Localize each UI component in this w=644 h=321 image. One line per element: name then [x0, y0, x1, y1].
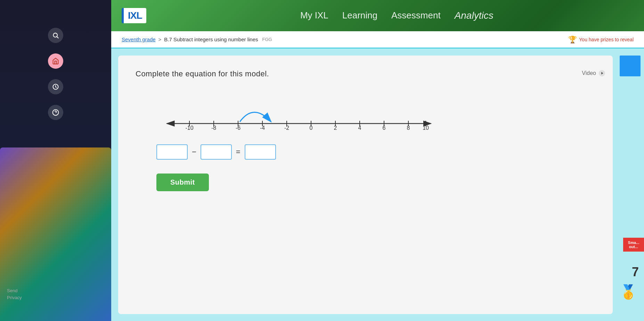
right-action-button[interactable]: [620, 56, 641, 76]
equation-input-3[interactable]: [245, 144, 276, 160]
submit-button[interactable]: Submit: [156, 174, 209, 191]
svg-text:-10: -10: [185, 125, 193, 130]
svg-text:4: 4: [358, 125, 361, 130]
breadcrumb-bar: Seventh grade > B.7 Subtract integers us…: [111, 31, 644, 49]
smart-score-label: Sma...: [625, 240, 642, 245]
send-label: Send: [7, 288, 17, 293]
timer-button[interactable]: [48, 79, 63, 94]
smart-score-badge: Sma... out...: [623, 238, 644, 252]
svg-line-1: [57, 37, 59, 39]
number-line-svg: -10 -8 -6 -4 -2 0: [156, 92, 441, 130]
breadcrumb-grade[interactable]: Seventh grade: [122, 36, 156, 42]
svg-text:6: 6: [383, 125, 386, 130]
svg-text:10: 10: [423, 125, 429, 130]
ixl-logo: IXL: [122, 8, 146, 23]
content-wrapper: Complete the equation for this model.: [111, 49, 644, 321]
breadcrumb-lesson: B.7 Subtract integers using number lines: [164, 36, 258, 42]
subtract-operator: −: [192, 147, 196, 157]
svg-text:0: 0: [310, 125, 313, 130]
video-play-icon: [598, 69, 606, 77]
svg-text:2: 2: [334, 125, 337, 130]
sidebar-icon-group: [48, 28, 63, 120]
number-line-container: -10 -8 -6 -4 -2 0: [156, 92, 595, 127]
smart-score-sublabel: out...: [625, 245, 642, 249]
svg-text:-2: -2: [284, 125, 289, 130]
exercise-title: Complete the equation for this model.: [136, 69, 595, 78]
nav-analytics[interactable]: Analytics: [455, 10, 494, 21]
nav-links: My IXL Learning Assessment Analytics: [160, 10, 634, 21]
breadcrumb-code: FGG: [262, 37, 272, 42]
nav-learning[interactable]: Learning: [342, 10, 377, 21]
home-button[interactable]: [48, 53, 63, 69]
equation-input-2[interactable]: [201, 144, 232, 160]
video-button[interactable]: Video: [582, 69, 606, 77]
medal-icon: 🥇: [620, 284, 637, 300]
exercise-area: Complete the equation for this model.: [118, 56, 613, 314]
video-label: Video: [582, 70, 596, 76]
right-panel: Sma... out... 7 🥇: [616, 49, 644, 321]
equation-row: − =: [156, 144, 595, 160]
nav-assessment[interactable]: Assessment: [391, 10, 441, 21]
svg-text:-8: -8: [211, 125, 216, 130]
trophy-icon: 🏆: [568, 35, 577, 44]
breadcrumb-separator: >: [158, 36, 162, 42]
help-button[interactable]: [48, 105, 63, 120]
score-number: 7: [632, 265, 639, 279]
privacy-label: Privacy: [7, 295, 22, 300]
svg-text:8: 8: [407, 125, 410, 130]
sidebar: Send Privacy: [0, 0, 111, 321]
equals-operator: =: [236, 147, 241, 157]
svg-point-0: [53, 33, 57, 37]
search-button[interactable]: [48, 28, 63, 43]
nav-my-ixl[interactable]: My IXL: [300, 10, 328, 21]
prizes-label: You have prizes to reveal: [579, 37, 634, 42]
main-area: IXL My IXL Learning Assessment Analytics…: [111, 0, 644, 321]
svg-text:-6: -6: [236, 125, 241, 130]
equation-input-1[interactable]: [156, 144, 188, 160]
prizes-button[interactable]: 🏆 You have prizes to reveal: [568, 35, 634, 44]
top-navigation: IXL My IXL Learning Assessment Analytics: [111, 0, 644, 31]
svg-text:-4: -4: [260, 125, 265, 130]
